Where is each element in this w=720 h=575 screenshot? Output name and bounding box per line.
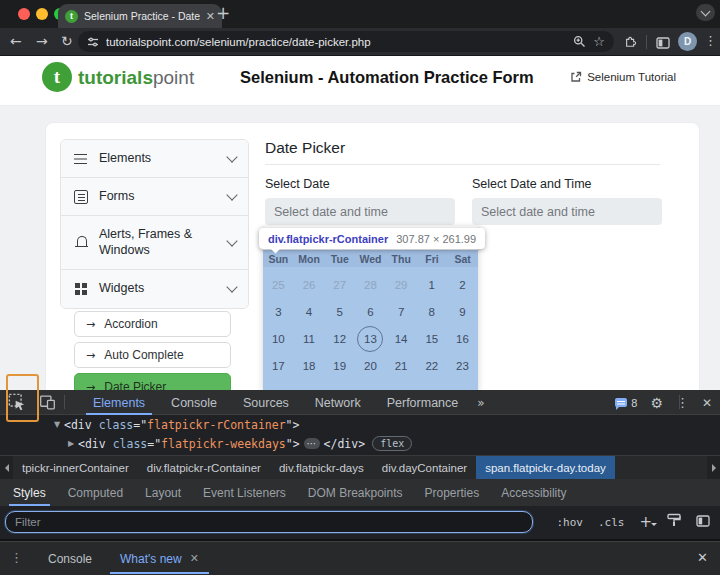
calendar-day[interactable]: 9 bbox=[447, 298, 478, 325]
extensions-icon[interactable] bbox=[624, 34, 638, 52]
style-tab-properties[interactable]: Properties bbox=[414, 479, 491, 506]
expand-arrow-open-icon[interactable]: ▼ bbox=[50, 421, 64, 429]
sidebar-section-forms[interactable]: Forms bbox=[61, 178, 248, 216]
pseudo-state-toggle[interactable]: :hov bbox=[556, 516, 583, 529]
devtools-tab-network[interactable]: Network bbox=[302, 390, 374, 415]
expand-arrow-closed-icon[interactable]: ▶ bbox=[64, 440, 78, 448]
device-toolbar-icon[interactable] bbox=[39, 394, 56, 414]
widget-button-accordion[interactable]: →Accordion bbox=[74, 311, 231, 337]
devtools-menu-icon[interactable]: ⋮ bbox=[676, 396, 689, 409]
browser-menu-icon[interactable]: ⋮ bbox=[704, 34, 717, 47]
calendar-day[interactable]: 3 bbox=[263, 298, 294, 325]
breadcrumb-tpickr-innercontainer[interactable]: tpickr-innerContainer bbox=[13, 456, 138, 479]
profile-avatar[interactable]: D bbox=[678, 32, 697, 51]
side-panel-icon[interactable] bbox=[656, 35, 670, 53]
new-tab-button[interactable]: + bbox=[216, 5, 230, 22]
close-window-button[interactable] bbox=[18, 8, 30, 20]
dom-tree-line[interactable]: ▶<div class="flatpickr-weekdays">⋯</div>… bbox=[0, 434, 720, 453]
devtools-close-icon[interactable]: ✕ bbox=[702, 397, 712, 409]
issues-button[interactable]: 8 bbox=[615, 397, 637, 409]
calendar-day[interactable]: 28 bbox=[355, 271, 386, 298]
calendar-day[interactable]: 12 bbox=[324, 325, 355, 352]
calendar-day[interactable]: 29 bbox=[386, 271, 417, 298]
computed-sidebar-toggle-icon[interactable] bbox=[696, 513, 710, 531]
sidebar-section-widgets[interactable]: Widgets bbox=[61, 270, 248, 308]
calendar-day[interactable]: 22 bbox=[416, 352, 447, 379]
class-toggle[interactable]: .cls bbox=[598, 516, 625, 529]
calendar-day[interactable]: 10 bbox=[263, 325, 294, 352]
inline-expand-button[interactable]: ⋯ bbox=[304, 438, 320, 449]
calendar-day[interactable]: 25 bbox=[263, 271, 294, 298]
sidebar-section-alerts-frames-windows[interactable]: Alerts, Frames & Windows bbox=[61, 216, 248, 270]
sidebar-section-elements[interactable]: Elements bbox=[61, 140, 248, 178]
calendar-day[interactable]: 4 bbox=[294, 298, 325, 325]
devtools-tab-performance[interactable]: Performance bbox=[374, 390, 472, 415]
back-button[interactable]: ← bbox=[10, 34, 22, 48]
calendar-day[interactable]: 16 bbox=[447, 325, 478, 352]
breadcrumb-div-flatpickr-rcontainer[interactable]: div.flatpickr-rContainer bbox=[138, 456, 270, 479]
breadcrumb-div-daycontainer[interactable]: div.dayContainer bbox=[373, 456, 476, 479]
calendar-day[interactable]: 14 bbox=[386, 325, 417, 352]
tab-close-icon[interactable]: ✕ bbox=[206, 11, 215, 22]
new-style-rule-button[interactable]: + bbox=[639, 515, 652, 530]
calendar-day[interactable]: 26 bbox=[294, 271, 325, 298]
drawer-tab-what-s-new[interactable]: What's new✕ bbox=[106, 542, 213, 575]
calendar-day[interactable]: 27 bbox=[324, 271, 355, 298]
drawer-tab-console[interactable]: Console bbox=[34, 542, 106, 575]
calendar-day[interactable]: 18 bbox=[294, 352, 325, 379]
date-input-2[interactable] bbox=[472, 198, 662, 225]
breadcrumb-span-flatpickr-day-today[interactable]: span.flatpickr-day.today bbox=[476, 456, 615, 479]
widget-button-auto-complete[interactable]: →Auto Complete bbox=[74, 342, 231, 368]
calendar-day-today[interactable]: 13 bbox=[355, 325, 386, 352]
calendar-day[interactable]: 6 bbox=[355, 298, 386, 325]
style-tab-computed[interactable]: Computed bbox=[57, 479, 134, 506]
calendar-day[interactable]: 21 bbox=[386, 352, 417, 379]
devtools-tab-elements[interactable]: Elements bbox=[80, 390, 158, 415]
arrow-right-icon: → bbox=[86, 319, 95, 330]
calendar-day[interactable]: 2 bbox=[447, 271, 478, 298]
style-tab-styles[interactable]: Styles bbox=[2, 479, 57, 506]
calendar-day[interactable]: 11 bbox=[294, 325, 325, 352]
bookmark-star-icon[interactable]: ☆ bbox=[593, 35, 605, 48]
brand-text[interactable]: tutorialspoint bbox=[78, 67, 194, 89]
style-tab-dom-breakpoints[interactable]: DOM Breakpoints bbox=[297, 479, 414, 506]
tutorialspoint-logo[interactable]: t bbox=[42, 62, 72, 92]
devtools-tab-console[interactable]: Console bbox=[158, 390, 230, 415]
devtools-tab-sources[interactable]: Sources bbox=[230, 390, 302, 415]
more-tabs-icon[interactable]: » bbox=[471, 390, 490, 415]
selenium-tutorial-link[interactable]: Selenium Tutorial bbox=[570, 71, 676, 83]
calendar-day[interactable]: 23 bbox=[447, 352, 478, 379]
calendar-day[interactable]: 20 bbox=[355, 352, 386, 379]
calendar-day[interactable]: 17 bbox=[263, 352, 294, 379]
site-info-icon[interactable] bbox=[87, 36, 99, 48]
style-tab-layout[interactable]: Layout bbox=[134, 479, 192, 506]
dom-tree-line[interactable]: ▼<div class="flatpickr-rContainer"> bbox=[0, 415, 720, 434]
calendar-day[interactable]: 8 bbox=[416, 298, 447, 325]
calendar-day[interactable]: 5 bbox=[324, 298, 355, 325]
tab-search-button[interactable] bbox=[696, 4, 715, 21]
style-tab-event-listeners[interactable]: Event Listeners bbox=[192, 479, 297, 506]
address-bar[interactable]: tutorialspoint.com/selenium/practice/dat… bbox=[78, 31, 614, 52]
devtools-settings-icon[interactable]: ⚙ bbox=[650, 396, 663, 410]
flex-badge[interactable]: flex bbox=[372, 436, 412, 451]
zoom-icon[interactable] bbox=[573, 35, 586, 48]
date-input-1[interactable] bbox=[265, 198, 455, 225]
drawer-close-icon[interactable]: ✕ bbox=[697, 551, 708, 564]
browser-tab[interactable]: t Selenium Practice - Date Pick ✕ bbox=[58, 4, 222, 28]
calendar-day[interactable]: 7 bbox=[386, 298, 417, 325]
calendar-day[interactable]: 15 bbox=[416, 325, 447, 352]
breadcrumb-scroll-right[interactable] bbox=[707, 456, 720, 479]
forward-button[interactable]: → bbox=[36, 34, 48, 48]
reload-button[interactable]: ↻ bbox=[61, 34, 73, 48]
drawer-menu-icon[interactable]: ⋮ bbox=[10, 551, 23, 564]
day-number: 6 bbox=[367, 306, 373, 318]
style-tab-accessibility[interactable]: Accessibility bbox=[490, 479, 577, 506]
calendar-day[interactable]: 1 bbox=[416, 271, 447, 298]
calendar-day[interactable]: 19 bbox=[324, 352, 355, 379]
minimize-window-button[interactable] bbox=[36, 8, 48, 20]
rendering-emulation-icon[interactable] bbox=[667, 513, 681, 531]
styles-filter-input[interactable] bbox=[5, 511, 533, 533]
breadcrumb-div-flatpickr-days[interactable]: div.flatpickr-days bbox=[270, 456, 373, 479]
breadcrumb-scroll-left[interactable] bbox=[0, 456, 13, 479]
drawer-tab-close-icon[interactable]: ✕ bbox=[190, 553, 199, 564]
